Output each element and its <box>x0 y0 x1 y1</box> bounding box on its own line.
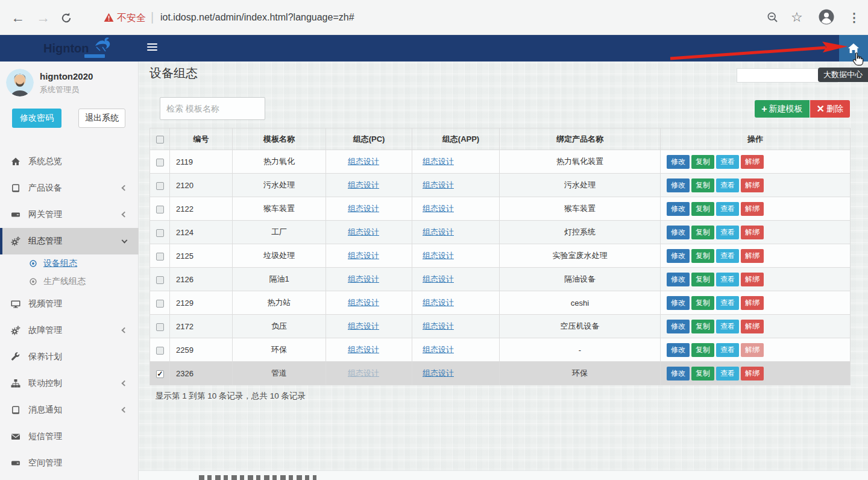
sidebar-item[interactable]: 保养计划 <box>0 344 139 370</box>
sidebar-item[interactable]: 故障管理 <box>0 317 139 344</box>
hamburger-menu-icon[interactable] <box>147 43 157 52</box>
pc-config-link[interactable]: 组态设计 <box>348 227 379 236</box>
url-text[interactable]: iot.idosp.net/admin/index.html?language=… <box>160 12 354 23</box>
copy-button[interactable]: 复制 <box>691 296 714 310</box>
sidebar-item[interactable]: 组态管理 <box>0 228 139 254</box>
pc-config-link[interactable]: 组态设计 <box>348 251 379 260</box>
edit-button[interactable]: 修改 <box>667 178 690 192</box>
delete-button[interactable]: ✕删除 <box>810 100 850 118</box>
app-config-link[interactable]: 组态设计 <box>423 345 454 354</box>
pc-config-link[interactable]: 组态设计 <box>348 204 379 213</box>
unbind-button[interactable]: 解绑 <box>741 202 764 216</box>
sidebar-item[interactable]: 空间管理 <box>0 450 139 476</box>
app-config-link[interactable]: 组态设计 <box>423 274 454 283</box>
change-password-button[interactable]: 修改密码 <box>12 109 61 128</box>
view-button[interactable]: 查看 <box>716 226 739 239</box>
view-button[interactable]: 查看 <box>716 367 739 381</box>
view-button[interactable]: 查看 <box>716 249 739 263</box>
app-config-link[interactable]: 组态设计 <box>423 251 454 260</box>
row-checkbox[interactable] <box>156 370 164 378</box>
copy-button[interactable]: 复制 <box>691 320 714 333</box>
sidebar-item[interactable]: 产品设备 <box>0 175 139 201</box>
unbind-button[interactable]: 解绑 <box>741 249 764 263</box>
row-checkbox[interactable] <box>156 159 164 166</box>
pc-config-link[interactable]: 组态设计 <box>348 345 379 354</box>
sidebar-subitem[interactable]: 设备组态 <box>0 254 139 273</box>
edit-button[interactable]: 修改 <box>667 296 690 310</box>
app-config-link[interactable]: 组态设计 <box>423 321 454 330</box>
user-avatar[interactable] <box>6 69 34 96</box>
view-button[interactable]: 查看 <box>716 273 739 286</box>
unbind-button[interactable]: 解绑 <box>741 320 764 333</box>
view-button[interactable]: 查看 <box>716 178 739 192</box>
view-button[interactable]: 查看 <box>716 320 739 333</box>
select-all-checkbox[interactable] <box>156 136 164 144</box>
row-checkbox[interactable] <box>156 182 164 190</box>
pc-config-link[interactable]: 组态设计 <box>348 298 379 307</box>
sidebar-item[interactable]: 短信管理 <box>0 423 139 450</box>
unbind-button[interactable]: 解绑 <box>741 226 764 239</box>
home-button[interactable] <box>839 35 868 62</box>
unbind-button[interactable]: 解绑 <box>741 367 764 381</box>
sidebar-item[interactable]: 视频管理 <box>0 291 139 317</box>
sidebar-item[interactable]: 联动控制 <box>0 370 139 397</box>
browser-reload-icon[interactable] <box>60 12 72 24</box>
pc-config-link[interactable]: 组态设计 <box>348 321 379 330</box>
edit-button[interactable]: 修改 <box>667 320 690 333</box>
logout-button[interactable]: 退出系统 <box>78 109 125 128</box>
row-checkbox[interactable] <box>156 323 164 331</box>
row-checkbox[interactable] <box>156 347 164 355</box>
bookmark-star-icon[interactable]: ☆ <box>791 10 803 25</box>
view-button[interactable]: 查看 <box>716 202 739 216</box>
app-config-link[interactable]: 组态设计 <box>423 157 454 166</box>
unbind-button[interactable]: 解绑 <box>741 155 764 169</box>
copy-button[interactable]: 复制 <box>691 226 714 239</box>
pc-config-link[interactable]: 组态设计 <box>348 180 379 189</box>
copy-button[interactable]: 复制 <box>691 367 714 381</box>
copy-button[interactable]: 复制 <box>691 178 714 192</box>
copy-button[interactable]: 复制 <box>691 343 714 357</box>
copy-button[interactable]: 复制 <box>691 249 714 263</box>
sidebar-item[interactable]: 网关管理 <box>0 201 139 228</box>
zoom-out-icon[interactable] <box>767 11 779 24</box>
browser-menu-icon[interactable]: ⋮ <box>848 10 860 25</box>
pc-config-link[interactable]: 组态设计 <box>348 157 379 166</box>
unbind-button[interactable]: 解绑 <box>741 296 764 310</box>
row-checkbox[interactable] <box>156 276 164 284</box>
edit-button[interactable]: 修改 <box>667 155 690 169</box>
view-button[interactable]: 查看 <box>716 343 739 357</box>
pc-config-link[interactable]: 组态设计 <box>348 368 379 377</box>
template-search-input[interactable] <box>160 97 265 120</box>
security-warning-label[interactable]: 不安全 <box>117 12 146 25</box>
edit-button[interactable]: 修改 <box>667 202 690 216</box>
row-checkbox[interactable] <box>156 206 164 213</box>
security-warning-icon[interactable] <box>104 13 114 22</box>
new-template-button[interactable]: +新建模板 <box>755 100 809 118</box>
edit-button[interactable]: 修改 <box>667 226 690 239</box>
browser-profile-icon[interactable] <box>819 9 834 25</box>
view-button[interactable]: 查看 <box>716 296 739 310</box>
copy-button[interactable]: 复制 <box>691 202 714 216</box>
copy-button[interactable]: 复制 <box>691 155 714 169</box>
edit-button[interactable]: 修改 <box>667 367 690 381</box>
unbind-button[interactable]: 解绑 <box>741 343 764 357</box>
edit-button[interactable]: 修改 <box>667 273 690 286</box>
browser-forward-icon[interactable]: → <box>36 10 50 25</box>
app-config-link[interactable]: 组态设计 <box>423 227 454 236</box>
edit-button[interactable]: 修改 <box>667 249 690 263</box>
app-config-link[interactable]: 组态设计 <box>423 368 454 377</box>
sidebar-item[interactable]: 消息通知 <box>0 397 139 423</box>
sidebar-subitem[interactable]: 生产线组态 <box>0 273 139 291</box>
row-checkbox[interactable] <box>156 300 164 308</box>
unbind-button[interactable]: 解绑 <box>741 273 764 286</box>
app-config-link[interactable]: 组态设计 <box>423 204 454 213</box>
app-config-link[interactable]: 组态设计 <box>423 298 454 307</box>
pc-config-link[interactable]: 组态设计 <box>348 274 379 283</box>
view-button[interactable]: 查看 <box>716 155 739 169</box>
sidebar-item[interactable]: 系统总览 <box>0 148 139 175</box>
browser-back-icon[interactable]: ← <box>11 10 25 25</box>
copy-button[interactable]: 复制 <box>691 273 714 286</box>
hignton-logo[interactable]: Hignton <box>0 35 139 62</box>
unbind-button[interactable]: 解绑 <box>741 178 764 192</box>
app-config-link[interactable]: 组态设计 <box>423 180 454 189</box>
